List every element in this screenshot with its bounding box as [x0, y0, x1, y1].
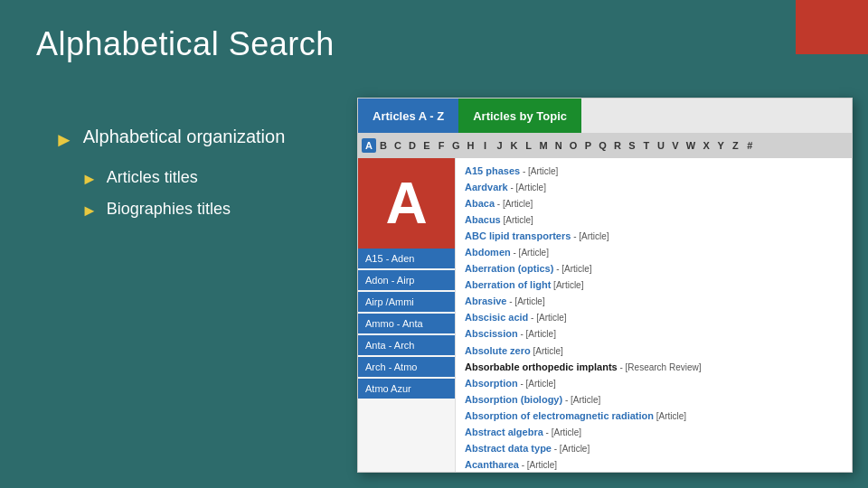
article-type: - [Article] — [528, 313, 566, 323]
articles-list: A15 phases - [Article]Aardvark - [Articl… — [456, 158, 852, 472]
article-type: [Article] — [531, 346, 563, 356]
article-title[interactable]: Absorption — [465, 378, 518, 389]
alpha-letter-e[interactable]: E — [420, 138, 434, 153]
letter-group[interactable]: A15 - Aden — [358, 249, 455, 268]
article-title[interactable]: ABC lipid transporters — [465, 230, 571, 241]
article-type: - [Article] — [495, 199, 533, 209]
alpha-letter-k[interactable]: K — [507, 138, 522, 153]
big-letter: A — [358, 158, 455, 249]
alpha-letter-v[interactable]: V — [668, 138, 683, 153]
screenshot-panel: Articles A - Z Articles by Topic ABCDEFG… — [357, 98, 853, 473]
letter-group[interactable]: Ammo - Anta — [358, 314, 455, 333]
alpha-letter-t[interactable]: T — [639, 138, 654, 153]
main-bullet-text: Alphabetical organization — [83, 127, 286, 147]
article-title[interactable]: Aberration (optics) — [465, 263, 553, 274]
alpha-letter-#[interactable]: # — [742, 138, 757, 153]
sub-bullet-text-2: Biographies titles — [107, 200, 231, 219]
article-type: - [Article] — [571, 231, 609, 241]
alpha-letter-d[interactable]: D — [405, 138, 420, 153]
list-item: Abdomen - [Article] — [465, 245, 843, 260]
article-type: - [Article] — [506, 296, 544, 306]
article-title[interactable]: Absorption of electromagnetic radiation — [465, 410, 654, 421]
letter-group[interactable]: Airp /Ammi — [358, 292, 455, 312]
article-title[interactable]: Acantharea — [465, 459, 519, 470]
article-type: - [Research Review] — [618, 362, 702, 372]
article-title[interactable]: Abstract algebra — [465, 427, 543, 437]
alpha-letter-g[interactable]: G — [448, 138, 464, 153]
list-item: Aberration of light [Article] — [465, 277, 843, 293]
letter-group[interactable]: Arch - Atmo — [358, 357, 455, 377]
article-title[interactable]: Absorption (biology) — [465, 394, 562, 405]
letter-group[interactable]: Atmo Azur — [358, 379, 455, 399]
alpha-letter-u[interactable]: U — [654, 138, 668, 153]
article-type: - [Article] — [518, 329, 556, 339]
article-title[interactable]: Aardvark — [465, 182, 508, 192]
article-type: - [Article] — [543, 427, 581, 437]
article-type: - [Article] — [519, 460, 557, 470]
sub-bullet-arrow-1: ► — [81, 170, 98, 189]
sub-bullet-1: ► Articles titles — [81, 168, 362, 189]
letter-group[interactable]: Adon - Airp — [358, 270, 455, 290]
alpha-letter-h[interactable]: H — [464, 138, 478, 153]
list-item: Abscisic acid - [Article] — [465, 310, 843, 325]
tab-articles-az[interactable]: Articles A - Z — [358, 99, 458, 133]
accent-decoration — [796, 0, 868, 54]
article-title[interactable]: Abscission — [465, 328, 518, 339]
alpha-letter-p[interactable]: P — [580, 138, 595, 153]
letter-group[interactable]: Anta - Arch — [358, 335, 455, 355]
alpha-letter-r[interactable]: R — [610, 138, 625, 153]
left-panel: ► Alphabetical organization ► Articles t… — [54, 127, 362, 231]
main-bullet: ► Alphabetical organization — [54, 127, 362, 152]
alpha-letter-c[interactable]: C — [391, 138, 405, 153]
list-item: Abstract data type - [Article] — [465, 441, 843, 456]
list-item: Aardvark - [Article] — [465, 180, 843, 195]
alpha-letter-n[interactable]: N — [552, 138, 566, 153]
list-item: Absolute zero [Article] — [465, 343, 843, 359]
article-type: - [Article] — [520, 166, 558, 176]
list-item: ABC lipid transporters - [Article] — [465, 229, 843, 244]
article-title[interactable]: Absolute zero — [465, 345, 531, 356]
article-title[interactable]: Abstract data type — [465, 443, 552, 454]
alpha-letter-z[interactable]: Z — [728, 138, 742, 153]
alphabet-row: ABCDEFGHIJKLMNOPQRSTUVWXYZ# — [358, 133, 852, 158]
tabs-row: Articles A - Z Articles by Topic — [358, 99, 852, 133]
article-title[interactable]: Abscisic acid — [465, 312, 528, 323]
article-title[interactable]: Absorbable orthopedic implants — [465, 361, 618, 372]
alpha-letter-i[interactable]: I — [478, 138, 493, 153]
list-item: Absorbable orthopedic implants - [Resear… — [465, 360, 843, 375]
list-item: Abstract algebra - [Article] — [465, 425, 843, 440]
bullet-arrow-main: ► — [54, 128, 74, 152]
list-item: Absorption of electromagnetic radiation … — [465, 408, 843, 424]
content-area: A A15 - AdenAdon - AirpAirp /AmmiAmmo - … — [358, 158, 852, 472]
list-item: Abrasive - [Article] — [465, 294, 843, 309]
list-item: Acantharea - [Article] — [465, 457, 843, 472]
alpha-letter-w[interactable]: W — [683, 138, 699, 153]
alpha-letter-b[interactable]: B — [376, 138, 391, 153]
article-type: - [Article] — [518, 379, 556, 389]
article-title[interactable]: Aberration of light — [465, 279, 551, 290]
sub-bullet-2: ► Biographies titles — [81, 200, 362, 221]
alpha-letter-m[interactable]: M — [536, 138, 552, 153]
article-title[interactable]: A15 phases — [465, 165, 520, 176]
page-title: Alphabetical Search — [36, 25, 335, 63]
alpha-letter-x[interactable]: X — [699, 138, 713, 153]
alpha-letter-a[interactable]: A — [362, 138, 376, 153]
list-item: Abacus [Article] — [465, 212, 843, 228]
list-item: Abaca - [Article] — [465, 196, 843, 211]
article-title[interactable]: Abacus — [465, 214, 501, 225]
alpha-letter-s[interactable]: S — [625, 138, 639, 153]
alpha-letter-q[interactable]: Q — [595, 138, 610, 153]
alpha-letter-o[interactable]: O — [566, 138, 581, 153]
alpha-letter-j[interactable]: J — [493, 138, 507, 153]
article-type: - [Article] — [508, 183, 546, 192]
tab-articles-topic[interactable]: Articles by Topic — [458, 99, 581, 133]
article-title[interactable]: Abaca — [465, 198, 495, 209]
article-type: - [Article] — [511, 248, 549, 258]
alpha-letter-y[interactable]: Y — [713, 138, 728, 153]
sub-bullet-text-1: Articles titles — [107, 168, 198, 187]
article-title[interactable]: Abrasive — [465, 296, 506, 306]
article-title[interactable]: Abdomen — [465, 247, 511, 258]
alpha-letter-f[interactable]: F — [434, 138, 448, 153]
alpha-letter-l[interactable]: L — [522, 138, 536, 153]
article-type: - [Article] — [562, 395, 600, 405]
